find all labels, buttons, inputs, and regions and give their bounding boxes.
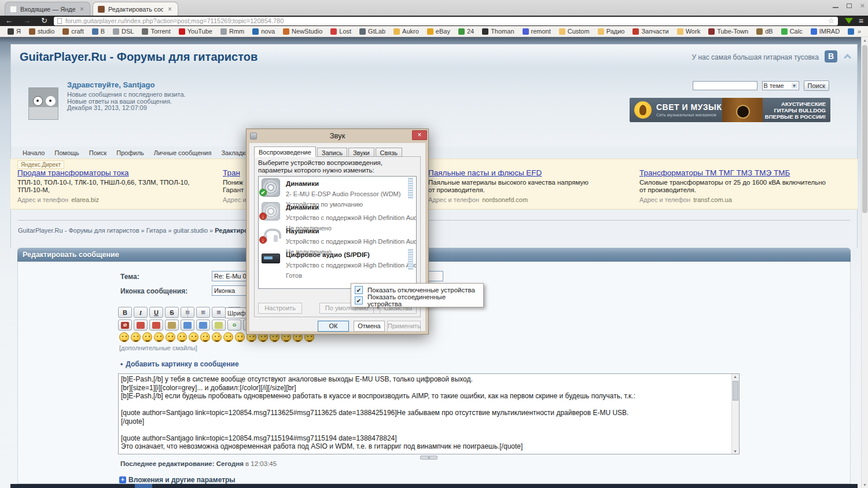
nav-link[interactable]: Личные сообщения bbox=[154, 149, 212, 156]
media-button[interactable] bbox=[134, 320, 148, 331]
audio-device-row[interactable]: Цифровое аудио (S/PDIF) Устройство с под… bbox=[259, 248, 416, 271]
bookmark-item[interactable]: Я bbox=[3, 28, 25, 35]
ok-button[interactable]: ОК bbox=[318, 321, 349, 332]
bookmark-item[interactable]: Lost bbox=[326, 28, 355, 35]
bookmark-item[interactable]: remont bbox=[518, 28, 555, 35]
window-close-icon[interactable]: × bbox=[860, 1, 865, 10]
dialog-close-button[interactable]: × bbox=[412, 130, 427, 140]
ad-title-link[interactable]: Трансформаторы ТМ ТМГ ТМЗ ТМЭ ТМБ bbox=[639, 168, 837, 177]
smiley-icon[interactable] bbox=[177, 332, 187, 342]
page-scrollbar[interactable]: ▲ ▼ bbox=[861, 37, 868, 488]
format-button[interactable]: U bbox=[149, 307, 163, 318]
audio-device-row[interactable]: Динамики Устройство с поддержкой High De… bbox=[259, 200, 416, 224]
smiley-icon[interactable] bbox=[189, 332, 198, 342]
download-arrow-icon[interactable] bbox=[845, 18, 853, 24]
media-button[interactable] bbox=[181, 320, 194, 331]
add-image-link[interactable]: •Добавить картинку в сообщение bbox=[120, 360, 239, 368]
nav-link[interactable]: Помощь bbox=[54, 149, 79, 156]
smiley-icon[interactable] bbox=[142, 332, 152, 342]
dialog-tab[interactable]: Связь bbox=[376, 148, 402, 157]
search-scope-select[interactable]: В теме ▼ bbox=[762, 81, 799, 90]
bookmark-item[interactable]: Torrent bbox=[138, 28, 174, 35]
audio-device-row[interactable]: Наушники Устройство с поддержкой High De… bbox=[259, 224, 416, 248]
smiley-icon[interactable] bbox=[235, 332, 245, 342]
smiley-icon[interactable] bbox=[131, 332, 141, 342]
bookmark-item[interactable]: GtLab bbox=[355, 28, 389, 35]
ads-provider-label[interactable]: Яндекс.Директ bbox=[17, 160, 64, 169]
context-menu-item[interactable]: ✔ Показать отсоединенные устройства bbox=[351, 295, 483, 306]
url-text[interactable]: forum.guitarplayer.ru/index.php?action=p… bbox=[65, 17, 826, 24]
bookmark-item[interactable]: Custom bbox=[555, 28, 594, 35]
bookmark-item[interactable]: 24 bbox=[454, 28, 478, 35]
format-button[interactable]: ≡ bbox=[196, 307, 210, 318]
ad-domain-link[interactable]: nordsonefd.com bbox=[482, 196, 528, 203]
bookmark-item[interactable]: Calc bbox=[777, 28, 807, 35]
bookmark-item[interactable]: DSL bbox=[109, 28, 138, 35]
bookmark-item[interactable]: studio bbox=[25, 28, 58, 35]
scroll-up-icon[interactable]: ▲ bbox=[733, 375, 737, 379]
dialog-tab[interactable]: Воспроизведение bbox=[254, 146, 316, 157]
format-button[interactable]: ≡ bbox=[212, 307, 226, 318]
back-icon[interactable]: ← bbox=[0, 17, 18, 25]
media-button[interactable] bbox=[165, 320, 179, 331]
scrollbar-thumb[interactable] bbox=[862, 45, 867, 213]
window-minimize-icon[interactable] bbox=[833, 3, 838, 8]
window-restore-icon[interactable] bbox=[847, 3, 852, 8]
breadcrumb-path[interactable]: GuitarPlayer.Ru - Форумы для гитаристов … bbox=[18, 227, 215, 234]
media-button[interactable] bbox=[212, 320, 226, 331]
bookmark-item[interactable]: Радио bbox=[594, 28, 629, 35]
nav-link[interactable]: Поиск bbox=[89, 149, 106, 156]
scroll-down-icon[interactable]: ▼ bbox=[733, 449, 737, 453]
ad-domain-link[interactable]: elarea.biz bbox=[71, 196, 99, 203]
configure-button[interactable]: Настроить bbox=[258, 303, 302, 314]
cancel-button[interactable]: Отмена bbox=[354, 321, 385, 332]
bookmark-item[interactable]: Tube-Town bbox=[704, 28, 752, 35]
browser-tab[interactable]: Редактировать сообщен... × bbox=[93, 2, 178, 16]
resize-grip[interactable]: ≡ bbox=[420, 456, 437, 460]
banner-ad[interactable]: СВЕТ И МУЗЫКА Сеть музыкальных магазинов… bbox=[630, 98, 830, 122]
reload-icon[interactable]: ↻ bbox=[36, 17, 53, 25]
browser-menu-icon[interactable]: ≡ bbox=[859, 16, 863, 25]
smiley-icon[interactable] bbox=[119, 332, 129, 342]
search-button[interactable]: Поиск bbox=[804, 80, 829, 91]
add-image-label[interactable]: Добавить картинку в сообщение bbox=[126, 360, 238, 368]
smiley-icon[interactable] bbox=[200, 332, 210, 342]
breadcrumb[interactable]: GuitarPlayer.Ru - Форумы для гитаристов … bbox=[18, 227, 275, 234]
ad-title-link[interactable]: Паяльные пасты и флюсы EFD bbox=[428, 168, 626, 177]
attachments-toggle[interactable]: + Вложения и другие параметры bbox=[119, 476, 236, 484]
bookmark-item[interactable]: eBay bbox=[423, 28, 454, 35]
format-button[interactable]: S bbox=[165, 307, 179, 318]
vk-icon[interactable]: В bbox=[825, 50, 837, 63]
tab-close-icon[interactable]: × bbox=[167, 6, 173, 13]
extra-smileys-link[interactable]: [дополнительные смайлы] bbox=[119, 344, 197, 351]
bookmark-item[interactable]: craft bbox=[58, 28, 87, 35]
nav-link[interactable]: Начало bbox=[23, 149, 45, 156]
format-button[interactable]: B bbox=[118, 307, 132, 318]
search-input[interactable] bbox=[693, 81, 757, 90]
media-button[interactable] bbox=[196, 320, 210, 331]
bookmark-star-icon[interactable]: ☆ bbox=[828, 17, 834, 25]
dialog-tab[interactable]: Звуки bbox=[348, 148, 374, 157]
nav-link[interactable]: Закладки bbox=[221, 149, 249, 156]
bookmark-item[interactable]: Thoman bbox=[478, 28, 518, 35]
nav-link[interactable]: Профиль bbox=[116, 149, 144, 156]
audio-device-row[interactable]: Динамики 2- E-MU E-DSP Audio Processor (… bbox=[259, 177, 416, 200]
bookmark-item[interactable]: IMRAD bbox=[807, 28, 844, 35]
bookmark-item[interactable]: Rmm bbox=[216, 28, 248, 35]
forward-icon[interactable]: → bbox=[18, 17, 36, 25]
bookmark-item[interactable]: Aukro bbox=[389, 28, 423, 35]
apply-button[interactable]: Применить bbox=[387, 321, 421, 332]
bookmark-item[interactable]: Запчасти bbox=[628, 28, 672, 35]
smiley-icon[interactable] bbox=[165, 332, 175, 342]
media-button[interactable]: G bbox=[227, 320, 241, 331]
format-button[interactable]: I bbox=[134, 307, 148, 318]
message-textarea[interactable]: [b]E-Pash,[/b] у тебя в системе вообще о… bbox=[118, 373, 740, 454]
bookmark-item[interactable]: nova bbox=[248, 28, 279, 35]
scroll-up-icon[interactable]: ▲ bbox=[863, 38, 867, 42]
address-bar[interactable]: forum.guitarplayer.ru/index.php?action=p… bbox=[54, 17, 838, 25]
bookmark-item[interactable]: B bbox=[88, 28, 109, 35]
bookmark-item[interactable]: РКС bbox=[844, 28, 854, 35]
ad-title-link[interactable]: Продам трансформаторы тока bbox=[17, 168, 215, 177]
browser-tab[interactable]: Входящие — Яндекс.По... × bbox=[5, 2, 90, 16]
scroll-down-icon[interactable]: ▼ bbox=[863, 483, 867, 487]
